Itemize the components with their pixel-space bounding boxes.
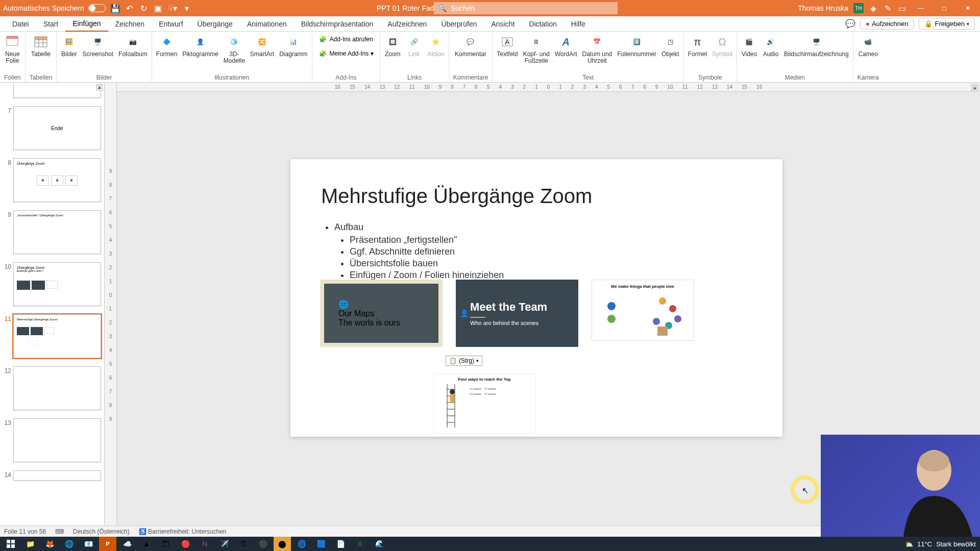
app-icon-4[interactable]: 🗒 xyxy=(235,537,252,551)
close-button[interactable]: ✕ xyxy=(959,0,977,16)
cmd-neue-folie[interactable]: Neue Folie xyxy=(4,34,20,64)
comments-pane-icon[interactable]: 💬 xyxy=(846,18,855,30)
tab-einfuegen[interactable]: Einfügen xyxy=(65,16,108,32)
present-from-start-icon[interactable]: ▣ xyxy=(154,3,163,14)
status-language[interactable]: Deutsch (Österreich) xyxy=(73,528,130,535)
cmd-wordart[interactable]: AWordArt xyxy=(555,34,577,58)
status-slide-of[interactable]: Folie 11 von 56 xyxy=(4,528,46,535)
weather-text[interactable]: Stark bewölkt xyxy=(936,540,976,548)
app-icon-3[interactable]: 🔴 xyxy=(177,537,194,551)
zoom-card-lower[interactable]: Four ways to reach the Top 01 ▸▸▸▸▸ 03 ▸… xyxy=(433,373,535,434)
thumb-scroll-up[interactable]: ▲ xyxy=(96,84,103,91)
search-box[interactable]: 🔍 xyxy=(434,2,618,14)
cmd-bildschirmaufzeichnung[interactable]: 🖥️Bildschirmaufzeichnung xyxy=(784,34,849,58)
obs-icon[interactable]: ⚫ xyxy=(254,537,272,551)
cmd-fotoalbum[interactable]: 📷Fotoalbum xyxy=(118,34,148,58)
slide-title[interactable]: Mehrstufige Übergänge Zoom xyxy=(321,185,752,208)
thumb-14[interactable]: 14 xyxy=(0,468,104,487)
app-icon[interactable]: ☁️ xyxy=(118,537,136,551)
cmd-formen[interactable]: 🔷Formen xyxy=(156,34,177,58)
cmd-audio[interactable]: 🔊Audio xyxy=(763,34,779,58)
chrome-icon[interactable]: 🌐 xyxy=(60,537,78,551)
excel-icon[interactable]: X xyxy=(351,537,369,551)
weather-temp[interactable]: 11°C xyxy=(917,540,932,548)
qat-customize-icon[interactable]: ▾ xyxy=(182,3,191,14)
save-icon[interactable]: 💾 xyxy=(111,3,120,14)
cmd-datum[interactable]: 📅Datum und Uhrzeit xyxy=(582,34,612,64)
tab-uebergaenge[interactable]: Übergänge xyxy=(190,17,240,31)
zoom-card-maps[interactable]: 🌐 Our Maps The worls is ours xyxy=(320,280,443,347)
thumb-slide[interactable]: „Automatischer" Übergänge Zoom xyxy=(13,210,101,254)
thumbnail-pane[interactable]: ▲ 7 Ende 8 Übergänge Zoom ✻ ✻ ✻ 9 „Autom… xyxy=(0,83,105,537)
cmd-cameo[interactable]: 📹Cameo xyxy=(858,34,878,58)
paste-options-smarttag[interactable]: 📋(Strg) xyxy=(446,356,482,366)
start-button[interactable] xyxy=(2,537,19,551)
cmd-diagramm[interactable]: 📊Diagramm xyxy=(279,34,307,58)
minimize-button[interactable]: — xyxy=(912,0,930,16)
app-icon-2[interactable]: 🗔 xyxy=(157,537,175,551)
tab-animationen[interactable]: Animationen xyxy=(240,17,294,31)
thumb-8[interactable]: 8 Übergänge Zoom ✻ ✻ ✻ xyxy=(0,156,104,208)
vlc-icon[interactable]: ▲ xyxy=(138,537,155,551)
freigeben-button[interactable]: 🔒Freigeben▾ xyxy=(919,18,975,30)
tab-zeichnen[interactable]: Zeichnen xyxy=(108,17,152,31)
explorer-icon[interactable]: 📁 xyxy=(21,537,39,551)
tab-dictation[interactable]: Dictation xyxy=(522,17,564,31)
thumb-12[interactable]: 12 xyxy=(0,364,104,416)
window-layout-icon[interactable]: ▭ xyxy=(897,3,906,14)
tab-datei[interactable]: Datei xyxy=(5,17,36,31)
autosave-toggle[interactable]: Automatisches Speichern xyxy=(3,4,106,12)
tab-bildschirmpraesentation[interactable]: Bildschirmpräsentation xyxy=(294,17,381,31)
tab-ueberpruefen[interactable]: Überprüfen xyxy=(434,17,484,31)
app-icon-6[interactable]: 🌀 xyxy=(293,537,310,551)
outlook-icon[interactable]: 📧 xyxy=(80,537,97,551)
thumb-slide[interactable] xyxy=(13,418,101,462)
thumb-slide-selected[interactable]: Mehrstufige Übergänge Zoom xyxy=(13,314,101,358)
redo-icon[interactable]: ↻ xyxy=(139,3,149,14)
app-icon-7[interactable]: 🟦 xyxy=(312,537,330,551)
thumb-10[interactable]: 10 Übergänge Zoom Einfacher geht's nicht… xyxy=(0,260,104,312)
cmd-screenshot[interactable]: 🖥️Screenshot xyxy=(82,34,113,58)
cmd-textfeld[interactable]: ATextfeld xyxy=(497,34,518,58)
app-icon-8[interactable]: 📄 xyxy=(332,537,349,551)
zoom-card-team[interactable]: 👤 Meet the Team Who are behind the scene… xyxy=(456,280,578,347)
cmd-video[interactable]: 🎬Video xyxy=(741,34,757,58)
cmd-smartart[interactable]: 🔀SmartArt xyxy=(250,34,274,58)
cmd-kommentar[interactable]: 💬Kommentar xyxy=(455,34,486,58)
user-avatar[interactable]: TH xyxy=(853,3,864,13)
telegram-icon[interactable]: ✈️ xyxy=(215,537,233,551)
thumb-slide[interactable] xyxy=(13,470,101,481)
weather-icon[interactable]: ⛅ xyxy=(905,540,913,548)
diamond-icon[interactable]: ◈ xyxy=(869,3,878,14)
thumb-7[interactable]: 7 Ende xyxy=(0,104,104,156)
toggle-pill[interactable] xyxy=(88,4,106,12)
cmd-kopf-fusszeile[interactable]: 🗎Kopf- und Fußzeile xyxy=(523,34,550,64)
pen-icon[interactable]: ✎ xyxy=(883,3,892,14)
slide-canvas[interactable]: Mehrstufige Übergänge Zoom Aufbau Präsen… xyxy=(290,159,782,437)
tab-hilfe[interactable]: Hilfe xyxy=(564,17,593,31)
cmd-tabelle[interactable]: Tabelle xyxy=(31,34,51,58)
app-icon-5[interactable]: ⬤ xyxy=(274,537,291,551)
status-a11y[interactable]: ♿ Barrierefreiheit: Untersuchen xyxy=(139,528,227,535)
thumb-slide[interactable]: Übergänge Zoom ✻ ✻ ✻ xyxy=(13,158,101,202)
cmd-formel[interactable]: πFormel xyxy=(688,34,707,58)
cmd-3dmodelle[interactable]: 🧊3D- Modelle xyxy=(224,34,245,64)
thumb-slide[interactable]: Übergänge Zoom Einfacher geht's nicht !! xyxy=(13,262,101,306)
cmd-zoom[interactable]: 🔲Zoom xyxy=(384,34,401,58)
edge-icon[interactable]: 🌊 xyxy=(371,537,388,551)
zoom-card-white[interactable]: We make things that people love xyxy=(592,280,694,341)
thumb-slide[interactable] xyxy=(13,366,101,410)
thumb-9[interactable]: 9 „Automatischer" Übergänge Zoom xyxy=(0,208,104,260)
onenote-icon[interactable]: N xyxy=(196,537,213,551)
user-name[interactable]: Thomas Hruska xyxy=(798,4,848,12)
undo-icon[interactable]: ↶ xyxy=(125,3,134,14)
tab-aufzeichnen[interactable]: Aufzeichnen xyxy=(380,17,434,31)
slide-bullets[interactable]: Aufbau Präsentation „fertigstellen" Ggf.… xyxy=(321,222,752,281)
cmd-addins-abrufen[interactable]: 🧩Add-Ins abrufen xyxy=(316,34,376,45)
search-input[interactable] xyxy=(451,4,614,12)
cmd-piktogramme[interactable]: 👤Piktogramme xyxy=(182,34,218,58)
tab-ansicht[interactable]: Ansicht xyxy=(484,17,522,31)
powerpoint-icon[interactable]: P xyxy=(99,537,116,551)
cmd-meine-addins[interactable]: 🧩Meine Add-Ins ▾ xyxy=(316,48,376,59)
scroll-up-icon[interactable]: ▲ xyxy=(971,84,979,92)
